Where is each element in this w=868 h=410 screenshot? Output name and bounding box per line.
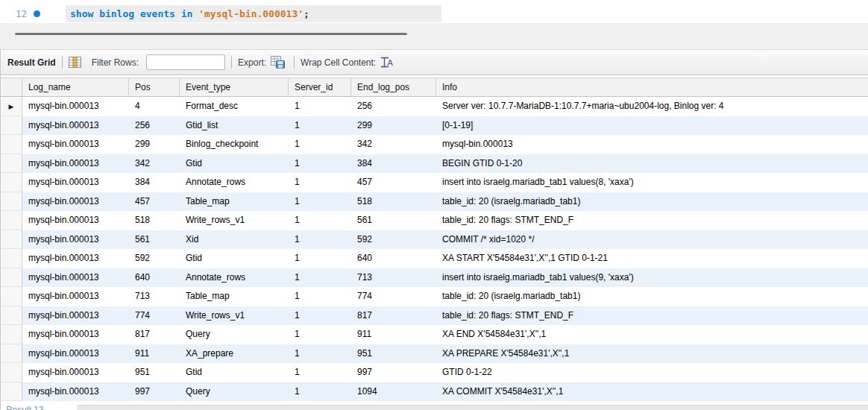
cell-log-name[interactable]: mysql-bin.000013 xyxy=(22,287,129,306)
cell-event-type[interactable]: Write_rows_v1 xyxy=(180,306,289,326)
cell-end-log-pos[interactable]: 561 xyxy=(351,211,436,230)
cell-log-name[interactable]: mysql-bin.000013 xyxy=(22,173,129,192)
row-selector[interactable] xyxy=(1,249,22,268)
cell-end-log-pos[interactable]: 592 xyxy=(351,230,436,250)
cell-log-name[interactable]: mysql-bin.000013 xyxy=(22,154,129,174)
cell-event-type[interactable]: Annotate_rows xyxy=(180,173,289,192)
row-selector[interactable] xyxy=(1,173,22,192)
cell-pos[interactable]: 774 xyxy=(129,306,180,326)
row-selector[interactable] xyxy=(1,325,22,344)
table-row[interactable]: mysql-bin.000013640Annotate_rows1713inse… xyxy=(1,268,868,288)
cell-end-log-pos[interactable]: 951 xyxy=(351,344,436,364)
cell-pos[interactable]: 713 xyxy=(129,287,180,306)
cell-log-name[interactable]: mysql-bin.000013 xyxy=(22,344,129,364)
cell-server-id[interactable]: 1 xyxy=(289,363,351,382)
row-selector[interactable] xyxy=(1,230,22,250)
cell-info[interactable]: [0-1-19] xyxy=(436,116,868,136)
cell-server-id[interactable]: 1 xyxy=(289,268,351,288)
cell-pos[interactable]: 640 xyxy=(129,268,180,288)
cell-pos[interactable]: 997 xyxy=(129,382,180,402)
cell-log-name[interactable]: mysql-bin.000013 xyxy=(22,116,129,136)
cell-info[interactable]: GTID 0-1-22 xyxy=(436,363,868,382)
horizontal-scrollbar[interactable] xyxy=(77,405,868,410)
cell-log-name[interactable]: mysql-bin.000013 xyxy=(22,363,129,382)
cell-log-name[interactable]: mysql-bin.000013 xyxy=(22,249,129,268)
cell-event-type[interactable]: Binlog_checkpoint xyxy=(180,135,289,154)
cell-end-log-pos[interactable]: 457 xyxy=(351,173,436,192)
table-row[interactable]: mysql-bin.000013518Write_rows_v11561tabl… xyxy=(1,211,868,230)
cell-server-id[interactable]: 1 xyxy=(289,211,351,230)
column-header-end-log-pos[interactable]: End_log_pos xyxy=(351,78,436,96)
column-header-server-id[interactable]: Server_id xyxy=(289,78,351,96)
cell-pos[interactable]: 592 xyxy=(129,249,180,268)
cell-info[interactable]: table_id: 20 (israelg.mariadb_tab1) xyxy=(436,192,868,212)
result-grid-icon[interactable] xyxy=(69,57,81,68)
cell-pos[interactable]: 342 xyxy=(129,154,180,174)
row-selector[interactable] xyxy=(1,287,22,306)
column-header-info[interactable]: Info xyxy=(436,78,868,96)
table-row[interactable]: mysql-bin.000013592Gtid1640XA START X'54… xyxy=(1,249,868,268)
cell-server-id[interactable]: 1 xyxy=(289,249,351,268)
filter-rows-input[interactable] xyxy=(146,54,225,70)
cell-event-type[interactable]: Table_map xyxy=(180,192,289,212)
cell-server-id[interactable]: 1 xyxy=(289,97,351,116)
cell-event-type[interactable]: Annotate_rows xyxy=(180,268,289,288)
cell-info[interactable]: table_id: 20 (israelg.mariadb_tab1) xyxy=(436,287,868,306)
cell-info[interactable]: mysql-bin.000013 xyxy=(436,135,868,154)
cell-end-log-pos[interactable]: 713 xyxy=(351,268,436,288)
cell-info[interactable]: BEGIN GTID 0-1-20 xyxy=(436,154,868,174)
row-selector[interactable] xyxy=(1,363,22,382)
cell-pos[interactable]: 561 xyxy=(129,230,180,250)
table-row[interactable]: mysql-bin.000013299Binlog_checkpoint1342… xyxy=(1,135,868,154)
cell-log-name[interactable]: mysql-bin.000013 xyxy=(22,306,129,326)
cell-event-type[interactable]: Table_map xyxy=(180,287,289,306)
cell-server-id[interactable]: 1 xyxy=(289,287,351,306)
cell-pos[interactable]: 951 xyxy=(129,363,180,382)
cell-end-log-pos[interactable]: 997 xyxy=(351,363,436,382)
cell-end-log-pos[interactable]: 1094 xyxy=(351,382,436,402)
cell-pos[interactable]: 817 xyxy=(129,325,180,344)
row-selector[interactable] xyxy=(1,211,22,230)
cell-end-log-pos[interactable]: 518 xyxy=(351,192,436,212)
table-row[interactable]: mysql-bin.000013713Table_map1774table_id… xyxy=(1,287,868,306)
table-row[interactable]: mysql-bin.000013951Gtid1997GTID 0-1-22 xyxy=(1,363,868,382)
table-row[interactable]: mysql-bin.000013457Table_map1518table_id… xyxy=(1,192,868,212)
column-header-log-name[interactable]: Log_name xyxy=(22,78,129,96)
cell-info[interactable]: table_id: 20 flags: STMT_END_F xyxy=(436,306,868,326)
cell-end-log-pos[interactable]: 299 xyxy=(351,116,436,136)
cell-pos[interactable]: 457 xyxy=(129,192,180,212)
cell-log-name[interactable]: mysql-bin.000013 xyxy=(22,135,129,154)
cell-info[interactable]: table_id: 20 flags: STMT_END_F xyxy=(436,211,868,230)
cell-log-name[interactable]: mysql-bin.000013 xyxy=(22,211,129,230)
cell-end-log-pos[interactable]: 911 xyxy=(351,325,436,344)
cell-server-id[interactable]: 1 xyxy=(289,116,351,136)
cell-event-type[interactable]: Gtid xyxy=(180,363,289,382)
row-selector[interactable] xyxy=(1,344,22,364)
cell-event-type[interactable]: XA_prepare xyxy=(180,344,289,364)
cell-event-type[interactable]: Format_desc xyxy=(180,97,289,116)
cell-server-id[interactable]: 1 xyxy=(289,230,351,250)
cell-pos[interactable]: 911 xyxy=(129,344,180,364)
cell-log-name[interactable]: mysql-bin.000013 xyxy=(22,382,129,402)
cell-log-name[interactable]: mysql-bin.000013 xyxy=(22,192,129,212)
wrap-cell-content-icon[interactable]: A xyxy=(380,57,395,68)
cell-pos[interactable]: 299 xyxy=(129,135,180,154)
cell-event-type[interactable]: Query xyxy=(180,325,289,344)
cell-info[interactable]: XA END X'54584e31',X'',1 xyxy=(436,325,868,344)
cell-server-id[interactable]: 1 xyxy=(289,173,351,192)
table-row[interactable]: mysql-bin.000013774Write_rows_v11817tabl… xyxy=(1,306,868,326)
row-selector[interactable] xyxy=(1,268,22,288)
column-header-event-type[interactable]: Event_type xyxy=(180,78,289,96)
cell-event-type[interactable]: Gtid_list xyxy=(180,116,289,136)
sql-statement[interactable]: show binlog events in 'mysql-bin.000013'… xyxy=(66,5,441,22)
row-selector[interactable] xyxy=(1,135,22,154)
table-row[interactable]: mysql-bin.000013561Xid1592COMMIT /* xid=… xyxy=(1,230,868,250)
table-row[interactable]: mysql-bin.000013911XA_prepare1951XA PREP… xyxy=(1,344,868,364)
table-row[interactable]: mysql-bin.000013256Gtid_list1299[0-1-19] xyxy=(1,116,868,136)
cell-info[interactable]: insert into israelg.mariadb_tab1 values(… xyxy=(436,173,868,192)
cell-pos[interactable]: 384 xyxy=(129,173,180,192)
table-row[interactable]: mysql-bin.000013817Query1911XA END X'545… xyxy=(1,325,868,344)
cell-end-log-pos[interactable]: 256 xyxy=(351,97,436,116)
cell-event-type[interactable]: Xid xyxy=(180,230,289,250)
result-tab-label[interactable]: Result 13 xyxy=(6,405,44,410)
